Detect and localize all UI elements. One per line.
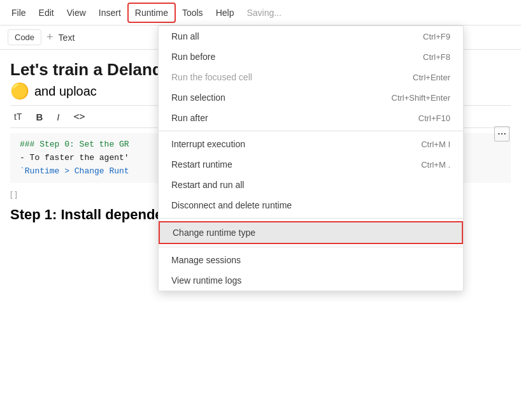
- code-button[interactable]: Code: [8, 29, 41, 45]
- dropdown-run-after-label: Run after: [171, 113, 208, 123]
- toolbar-separator: +: [46, 31, 54, 44]
- menu-saving: Saving...: [240, 4, 287, 22]
- dropdown-run-focused-label: Run the focused cell: [171, 72, 252, 82]
- dropdown-divider-3: [159, 247, 463, 247]
- dropdown-restart-shortcut: Ctrl+M .: [421, 160, 450, 170]
- dropdown-run-before-shortcut: Ctrl+F8: [423, 52, 450, 62]
- dropdown-change-runtime-label: Change runtime type: [173, 228, 255, 238]
- menu-bar: File Edit View Insert Runtime Tools Help…: [0, 0, 521, 25]
- menu-edit[interactable]: Edit: [32, 4, 61, 22]
- dropdown-disconnect-delete[interactable]: Disconnect and delete runtime: [159, 195, 463, 215]
- menu-runtime[interactable]: Runtime: [127, 3, 176, 23]
- dropdown-interrupt-shortcut: Ctrl+M I: [421, 140, 450, 149]
- format-code-button[interactable]: <>: [69, 110, 89, 124]
- emoji-icon: 🟡: [10, 82, 29, 100]
- dropdown-interrupt[interactable]: Interrupt execution Ctrl+M I: [159, 134, 463, 154]
- dropdown-restart-run-all-label: Restart and run all: [171, 180, 244, 190]
- heading-start: Let's train a De: [10, 60, 128, 79]
- dropdown-run-before[interactable]: Run before Ctrl+F8: [159, 47, 463, 67]
- menu-tools[interactable]: Tools: [176, 4, 210, 22]
- dropdown-run-after[interactable]: Run after Ctrl+F10: [159, 108, 463, 128]
- dropdown-manage-sessions-label: Manage sessions: [171, 255, 241, 265]
- menu-help[interactable]: Help: [210, 4, 241, 22]
- dropdown-divider-2: [159, 218, 463, 219]
- emoji-text: and uploac: [34, 84, 97, 99]
- dropdown-divider-1: [159, 131, 463, 131]
- dropdown-run-all[interactable]: Run all Ctrl+F9: [159, 26, 463, 47]
- dropdown-restart[interactable]: Restart runtime Ctrl+M .: [159, 154, 463, 175]
- dropdown-run-selection-label: Run selection: [171, 92, 225, 103]
- menu-insert[interactable]: Insert: [92, 4, 127, 22]
- toolbar-text-label: Text: [59, 33, 75, 43]
- format-bold-button[interactable]: B: [32, 110, 46, 124]
- dropdown-run-all-label: Run all: [171, 31, 199, 41]
- dropdown-manage-sessions[interactable]: Manage sessions: [159, 250, 463, 270]
- dropdown-view-logs[interactable]: View runtime logs: [159, 270, 463, 291]
- dropdown-run-before-label: Run before: [171, 52, 215, 62]
- dropdown-interrupt-label: Interrupt execution: [171, 139, 245, 149]
- dropdown-restart-label: Restart runtime: [171, 159, 232, 170]
- dropdown-run-all-shortcut: Ctrl+F9: [423, 32, 450, 41]
- dropdown-run-focused-shortcut: Ctrl+Enter: [413, 73, 450, 82]
- dropdown-view-logs-label: View runtime logs: [171, 275, 241, 286]
- cell-bracket: [ ]: [10, 188, 17, 199]
- dropdown-run-selection[interactable]: Run selection Ctrl+Shift+Enter: [159, 87, 463, 108]
- runtime-dropdown: Run all Ctrl+F9 Run before Ctrl+F8 Run t…: [158, 25, 464, 291]
- dropdown-disconnect-delete-label: Disconnect and delete runtime: [171, 200, 292, 210]
- dropdown-run-after-shortcut: Ctrl+F10: [418, 113, 450, 123]
- menu-file[interactable]: File: [5, 4, 32, 22]
- format-italic-button[interactable]: I: [53, 110, 63, 124]
- dropdown-run-selection-shortcut: Ctrl+Shift+Enter: [392, 93, 451, 103]
- expand-icon[interactable]: ⋯: [494, 126, 510, 141]
- menu-view[interactable]: View: [61, 4, 92, 22]
- dropdown-change-runtime[interactable]: Change runtime type: [159, 221, 463, 244]
- format-tt-button[interactable]: tT: [10, 110, 25, 123]
- dropdown-restart-run-all[interactable]: Restart and run all: [159, 175, 463, 195]
- dropdown-run-focused: Run the focused cell Ctrl+Enter: [159, 67, 463, 87]
